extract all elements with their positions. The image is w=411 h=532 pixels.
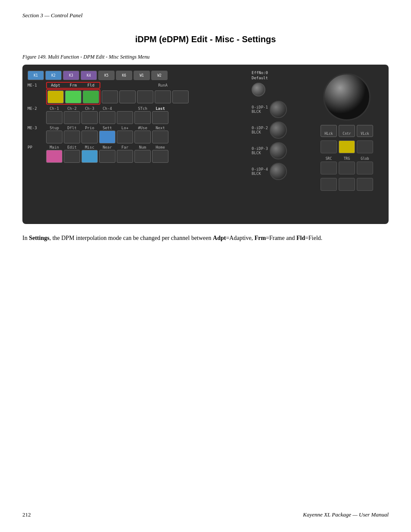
vlck-btn[interactable]: VLck bbox=[357, 125, 373, 137]
trg-btn[interactable] bbox=[339, 162, 355, 174]
key-k6[interactable]: K6 bbox=[116, 71, 132, 80]
right-bottom-btn-1[interactable] bbox=[321, 178, 337, 191]
settings-bold: Settings bbox=[29, 235, 49, 241]
key-k4[interactable]: K4 bbox=[81, 71, 97, 80]
ch4-btn[interactable] bbox=[99, 111, 115, 124]
idp2-knob[interactable] bbox=[270, 121, 287, 139]
key-k2[interactable]: K2 bbox=[45, 71, 62, 80]
sett-btn[interactable] bbox=[99, 131, 115, 143]
num-btn[interactable] bbox=[134, 150, 151, 163]
next-btn[interactable] bbox=[152, 131, 168, 143]
home-btn[interactable] bbox=[152, 150, 168, 163]
cntr-btn[interactable]: Cntr bbox=[339, 125, 355, 137]
page-title: iDPM (eDPM) Edit - Misc - Settings bbox=[0, 34, 411, 44]
last-btn[interactable] bbox=[152, 111, 168, 124]
frm-btn[interactable] bbox=[65, 90, 81, 103]
description-text: In Settings, the DPM interpolation mode … bbox=[22, 233, 389, 243]
me2-btn5[interactable] bbox=[117, 111, 133, 124]
right-bottom-btn-2[interactable] bbox=[339, 178, 355, 191]
adpt-frm-fld-group: Adpt Frm Fld bbox=[46, 82, 100, 89]
fld-bold: Fld bbox=[296, 235, 305, 241]
me1-btn8[interactable] bbox=[172, 90, 189, 103]
footer-title: Kayenne XL Package — User Manual bbox=[303, 511, 389, 518]
panel-right: HLck Cntr VLck SRC TRG bbox=[309, 69, 384, 220]
dflt-btn[interactable] bbox=[64, 131, 80, 143]
idp4-knob[interactable] bbox=[270, 163, 287, 180]
prio-btn[interactable] bbox=[81, 131, 98, 143]
key-k5[interactable]: K5 bbox=[98, 71, 115, 80]
ch2-btn[interactable] bbox=[64, 111, 80, 124]
panel-left: K1 K2 K3 K4 K5 K6 W1 W2 ME-1 Adpt Frm Fl… bbox=[27, 69, 246, 220]
right-bottom-btn-3[interactable] bbox=[357, 178, 373, 191]
hlck-btn[interactable]: HLck bbox=[321, 125, 337, 137]
misc-btn[interactable] bbox=[81, 150, 98, 163]
fld-btn[interactable] bbox=[83, 90, 99, 103]
idp1-knob[interactable] bbox=[270, 101, 287, 118]
ch1-btn[interactable] bbox=[46, 111, 62, 124]
adpt-btn[interactable] bbox=[47, 90, 64, 103]
page-number: 212 bbox=[22, 511, 31, 518]
key-w1[interactable]: W1 bbox=[134, 71, 150, 80]
section-header: Section 3 — Control Panel bbox=[22, 12, 83, 19]
key-k3[interactable]: K3 bbox=[63, 71, 79, 80]
figure-caption: Figure 149. Multi Function - DPM Edit - … bbox=[22, 54, 411, 60]
hash-use-btn[interactable] bbox=[134, 131, 151, 143]
key-k1[interactable]: K1 bbox=[28, 71, 44, 80]
control-panel: K1 K2 K3 K4 K5 K6 W1 W2 ME-1 Adpt Frm Fl… bbox=[22, 65, 389, 224]
stup-btn[interactable] bbox=[46, 131, 62, 143]
glob-btn[interactable] bbox=[357, 162, 373, 174]
panel-center: EffNo:0 Default 0-iDP-1 BLCK 0-iDP-2 BLC… bbox=[250, 69, 306, 220]
right-btn-3[interactable] bbox=[357, 140, 373, 153]
main-btn[interactable] bbox=[46, 150, 62, 163]
edit-btn[interactable] bbox=[64, 150, 80, 163]
ch3-btn[interactable] bbox=[81, 111, 98, 124]
right-btn-2[interactable] bbox=[339, 140, 355, 153]
lo-plus-btn[interactable] bbox=[117, 131, 133, 143]
right-btn-1[interactable] bbox=[321, 140, 337, 153]
far-btn[interactable] bbox=[117, 150, 133, 163]
effno-knob[interactable] bbox=[252, 83, 265, 96]
effno-value: Default bbox=[252, 76, 306, 80]
runa-btn[interactable] bbox=[155, 90, 171, 103]
adpt-frm-fld-btns bbox=[46, 89, 100, 105]
frm-bold: Frm bbox=[255, 235, 266, 241]
stch-btn[interactable] bbox=[134, 111, 151, 124]
near-btn[interactable] bbox=[99, 150, 115, 163]
key-w2[interactable]: W2 bbox=[151, 71, 168, 80]
top-key-row: K1 K2 K3 K4 K5 K6 W1 W2 bbox=[27, 69, 246, 81]
adpt-bold: Adpt bbox=[213, 235, 226, 241]
idp3-knob[interactable] bbox=[270, 142, 287, 159]
src-btn[interactable] bbox=[321, 162, 337, 174]
me1-btn5[interactable] bbox=[119, 90, 136, 103]
me1-btn4[interactable] bbox=[102, 90, 118, 103]
effno-label: EffNo:0 bbox=[252, 71, 306, 75]
main-knob[interactable] bbox=[323, 73, 371, 121]
page-footer: 212 Kayenne XL Package — User Manual bbox=[22, 511, 389, 518]
me1-btn6[interactable] bbox=[137, 90, 153, 103]
